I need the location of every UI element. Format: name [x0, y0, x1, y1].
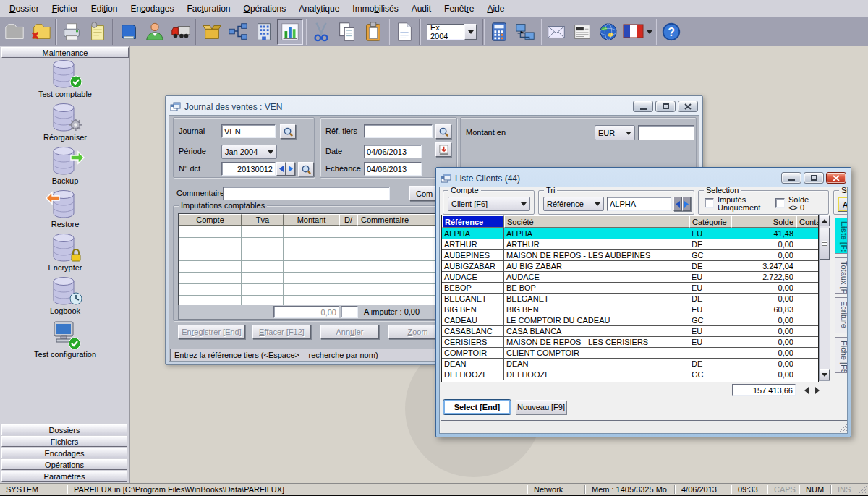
select-button[interactable]: Select [End]: [443, 399, 511, 415]
sidebar-item-backup[interactable]: Backup: [0, 146, 130, 188]
sidebar-item-test-comptable[interactable]: Test comptable: [0, 59, 130, 101]
menu-encodages[interactable]: Encodages: [124, 1, 180, 16]
ref-tiers-input[interactable]: [364, 124, 433, 138]
internet-globe-icon[interactable]: [595, 19, 621, 45]
sidebar-section-encodages[interactable]: Encodages: [1, 448, 127, 458]
tab-ecriture[interactable]: Ecriture: [835, 297, 848, 333]
minimize-button[interactable]: [633, 101, 653, 112]
clients-titlebar[interactable]: Liste Clients (44): [441, 171, 771, 186]
news-icon[interactable]: [569, 19, 595, 45]
menu-fenetre[interactable]: Fenêtre: [438, 1, 480, 16]
col-montant[interactable]: Montant: [284, 214, 339, 226]
avec-button[interactable]: Avec: [838, 197, 848, 212]
effacer-button[interactable]: Effacer [F12]: [252, 325, 311, 339]
language-flag-icon[interactable]: [621, 19, 653, 45]
chart-icon[interactable]: [277, 19, 303, 45]
scroll-up-button[interactable]: [820, 215, 830, 226]
close-button[interactable]: [826, 172, 846, 184]
devise-select[interactable]: EUR: [595, 125, 635, 140]
copy-icon[interactable]: [334, 19, 360, 45]
menu-aide[interactable]: Aide: [480, 1, 511, 16]
search-prev-button[interactable]: [673, 197, 682, 211]
client-row[interactable]: DEANDEANDE0,00: [442, 358, 818, 369]
close-dossier-icon[interactable]: [27, 19, 54, 45]
col-tva[interactable]: Tva: [242, 214, 284, 226]
col-dc[interactable]: D/: [339, 214, 357, 226]
suppliers-icon[interactable]: [168, 19, 194, 45]
compte-select[interactable]: Client [F6]: [448, 197, 530, 211]
close-button[interactable]: [678, 101, 698, 112]
sidebar-section-dossiers[interactable]: Dossiers: [1, 424, 127, 435]
maximize-button[interactable]: [655, 101, 676, 112]
montant-input[interactable]: [638, 125, 694, 140]
tab-totaux[interactable]: Totaux [F: [835, 257, 848, 294]
ref-tiers-search-button[interactable]: [435, 124, 451, 139]
menu-immobilises[interactable]: Immobilisés: [346, 1, 404, 16]
header-solde[interactable]: Solde: [731, 215, 796, 228]
company-icon[interactable]: [251, 19, 277, 45]
enregistrer-button[interactable]: Enregistrer [End]: [178, 325, 245, 339]
tab-liste[interactable]: Liste [F:: [835, 218, 848, 254]
ndct-search-button[interactable]: [298, 162, 314, 176]
sidebar-item-encrypter[interactable]: Encrypter: [0, 233, 130, 275]
print-icon[interactable]: [59, 19, 85, 45]
sidebar-item-restore[interactable]: Restore: [0, 189, 130, 231]
resize-grip[interactable]: [840, 424, 847, 432]
client-row[interactable]: AUDACEAUDACEEU2.722,50: [442, 271, 818, 282]
client-row[interactable]: BIG BENBIG BENEU60,83: [442, 304, 818, 315]
hscroll-left-button[interactable]: [799, 384, 810, 396]
tri-select[interactable]: Référence: [543, 197, 604, 211]
sidebar-item-reorganiser[interactable]: Réorganiser: [0, 103, 130, 145]
client-row[interactable]: ARTHURARTHURDE0,00: [442, 239, 818, 249]
menu-operations[interactable]: Opérations: [237, 1, 293, 16]
menu-audit[interactable]: Audit: [405, 1, 438, 16]
echeance-input[interactable]: [364, 162, 422, 176]
client-row[interactable]: CERISIERSMAISON DE REPOS - LES CERISIERS…: [442, 336, 818, 347]
exercise-select[interactable]: Ex. 2004: [427, 24, 477, 40]
imputes-checkbox[interactable]: [705, 198, 714, 208]
solde-checkbox[interactable]: [775, 198, 785, 208]
notes-icon[interactable]: [85, 19, 111, 45]
menu-dossier[interactable]: Dossier: [3, 1, 46, 16]
header-categorie[interactable]: Catégorie: [689, 215, 731, 228]
ndct-input[interactable]: [221, 162, 276, 176]
periode-select[interactable]: Jan 2004: [221, 145, 277, 159]
accounts-book-icon[interactable]: [116, 19, 142, 45]
header-contact[interactable]: Contac: [796, 215, 818, 228]
commentaire-input[interactable]: [223, 187, 390, 200]
scroll-thumb[interactable]: [820, 228, 830, 260]
sidebar-section-operations[interactable]: Opérations: [1, 459, 127, 470]
tab-fiche[interactable]: Fiche [F5: [835, 337, 848, 373]
search-input[interactable]: [607, 197, 672, 211]
client-row[interactable]: DELHOOZEDELHOOZEGC0,00: [442, 369, 818, 380]
client-row[interactable]: AUBIGZABARAU BIG ZABARDE3.247,04: [442, 260, 818, 271]
client-row[interactable]: CASABLANCCASA BLANCAEU0,00: [442, 325, 818, 336]
clients-icon[interactable]: [142, 19, 168, 45]
journal-code-input[interactable]: [221, 124, 276, 138]
menu-edition[interactable]: Edition: [85, 1, 124, 16]
maximize-button[interactable]: [804, 172, 824, 184]
client-row[interactable]: COMPTOIRCLIENT COMPTOIR0,00: [442, 347, 818, 358]
document-icon[interactable]: [391, 19, 417, 45]
annuler-button[interactable]: Annuler: [320, 325, 379, 339]
stock-icon[interactable]: [199, 19, 225, 45]
sidebar-item-test-configuration[interactable]: Test configuration: [0, 320, 130, 362]
client-row[interactable]: BELGANETBELGANETDE0,00: [442, 293, 818, 304]
client-row[interactable]: BEBOPBE BOPEU0,00: [442, 282, 818, 293]
sidebar-section-parametres[interactable]: Paramètres: [1, 471, 127, 482]
sidebar-header-maintenance[interactable]: Maintenance: [1, 47, 129, 58]
scroll-down-button[interactable]: [820, 369, 830, 380]
ndct-prev-button[interactable]: [276, 162, 286, 176]
calculator-icon[interactable]: [486, 19, 512, 45]
paste-icon[interactable]: [360, 19, 386, 45]
cut-icon[interactable]: [308, 19, 334, 45]
col-compte[interactable]: Compte: [179, 214, 242, 226]
search-next-button[interactable]: [682, 197, 691, 211]
sidebar-item-logbook[interactable]: Logbook: [0, 276, 130, 318]
menu-analytique[interactable]: Analytique: [292, 1, 346, 16]
minimize-button[interactable]: [781, 172, 801, 184]
client-row[interactable]: CADEAULE COMPTOIR DU CADEAUGC0,00: [442, 315, 818, 325]
table-scrollbar[interactable]: [819, 215, 830, 381]
help-icon[interactable]: ?: [658, 19, 684, 45]
menu-fichier[interactable]: Fichier: [46, 1, 85, 16]
